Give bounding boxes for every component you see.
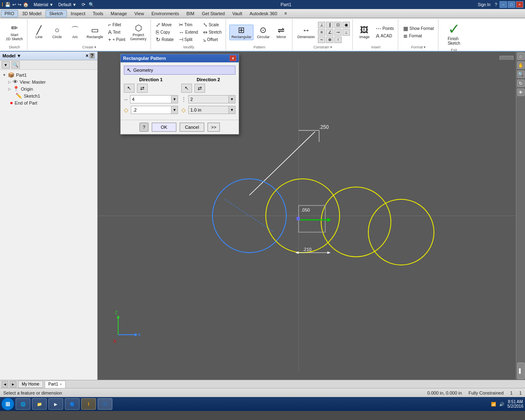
menu-item-getstarted[interactable]: Get Started [199, 10, 228, 17]
dir2-select-button[interactable]: ↖ [181, 84, 192, 93]
quick-access-undo[interactable]: ↩ [12, 2, 16, 7]
menu-item-tools[interactable]: Tools [89, 10, 107, 17]
close-button[interactable]: × [516, 1, 523, 8]
dialog-more-button[interactable]: >> [208, 123, 220, 132]
taskbar-media-button[interactable]: ▶ [48, 398, 63, 410]
finish-sketch-button[interactable]: ✓ FinishSketch [442, 20, 466, 47]
taskbar-chrome-button[interactable]: 🔵 [65, 398, 80, 410]
constrain-btn-3[interactable]: ⊡ [334, 22, 342, 28]
menu-item-pro[interactable]: PRO [1, 10, 18, 17]
canvas-area[interactable]: TOP [98, 52, 516, 380]
dir1-spacing-arrow[interactable]: ▼ [171, 106, 178, 114]
dimension-button[interactable]: ↔ Dimension [296, 25, 317, 40]
constrain-btn-9[interactable]: ∼ [318, 37, 325, 43]
mirror-button[interactable]: ⇌ Mirror [273, 25, 290, 40]
constrain-btn-7[interactable]: ⊸ [334, 29, 342, 36]
circular-pattern-button[interactable]: ⊙ Circular [255, 25, 272, 40]
extend-button[interactable]: ↔ Extend [177, 29, 200, 36]
copy-button[interactable]: ⎘ Copy [154, 29, 175, 36]
acad-button[interactable]: A ACAD [374, 32, 395, 39]
dir1-count-arrow[interactable]: ▼ [171, 95, 178, 103]
model-filter-button[interactable]: ▾ [2, 61, 10, 68]
tab-nav-right[interactable]: ► [10, 381, 16, 388]
dialog-ok-button[interactable]: OK [152, 123, 176, 132]
dir1-select-button[interactable]: ↖ [124, 84, 135, 93]
tab-my-home[interactable]: My Home [18, 381, 43, 388]
quick-access-redo[interactable]: ↪ [18, 2, 21, 7]
search-icon[interactable]: 🔍 [89, 2, 94, 7]
rectangular-pattern-dialog[interactable]: Rectangular Pattern × ↖ Geometry Directi… [120, 54, 239, 135]
menu-item-autodesk360[interactable]: Autodesk 360 [247, 10, 281, 17]
rectangle-button[interactable]: ▭ Rectangle [85, 25, 105, 40]
dir2-spacing-input[interactable] [188, 106, 229, 114]
menu-item-inspect[interactable]: Inspect [68, 10, 89, 17]
rotate-button[interactable]: ↻ Rotate [154, 36, 175, 43]
default-dropdown[interactable]: Default ▼ [58, 2, 76, 7]
line-button[interactable]: ╱ Line [31, 25, 47, 40]
constrain-btn-11[interactable]: ↑ [334, 37, 342, 43]
taskbar-explorer-button[interactable]: 📁 [32, 398, 47, 410]
constrain-btn-4[interactable]: ◉ [342, 22, 350, 28]
constrain-btn-6[interactable]: ∠ [326, 29, 333, 36]
nav-look-button[interactable]: 👁 [517, 89, 525, 96]
constrain-btn-8[interactable]: ⟂ [342, 29, 350, 36]
taskbar-inventor-button[interactable]: I [81, 398, 96, 410]
trim-button[interactable]: ✂ Trim [177, 21, 200, 28]
menu-item-manage[interactable]: Manage [107, 10, 130, 17]
menu-item-bim[interactable]: BIM [183, 10, 198, 17]
geometry-select-button[interactable]: ↖ Geometry [124, 66, 235, 75]
constrain-btn-10[interactable]: ⊕ [326, 37, 333, 43]
point-button[interactable]: + + Point [107, 36, 127, 43]
tab-part1[interactable]: Part1 × [45, 381, 66, 388]
minimize-button[interactable]: – [500, 1, 507, 8]
menu-item-sketch[interactable]: Sketch [46, 10, 67, 17]
offset-button[interactable]: ⦣ Offset [201, 36, 224, 43]
start-button[interactable]: ⊞ [2, 398, 14, 410]
tree-item-view[interactable]: ▷ 👁 View: Master [7, 78, 96, 85]
dir1-count-input[interactable] [130, 95, 171, 103]
taskbar-word-button[interactable]: W [98, 398, 112, 410]
quick-access-save[interactable]: 💾 [5, 2, 11, 7]
model-close-icon[interactable]: × [86, 53, 89, 59]
split-button[interactable]: ⊣ Split [177, 36, 200, 43]
arc-button[interactable]: ⌒ Arc [67, 25, 83, 40]
nav-home-button[interactable]: ⌂ [517, 52, 525, 60]
help-icon[interactable]: ? [495, 2, 497, 7]
start-2d-sketch-button[interactable]: ✏ Start2D Sketch [4, 23, 25, 42]
model-help-icon[interactable]: ? [89, 53, 95, 59]
dir1-spacing-input[interactable] [131, 106, 171, 114]
tab-part1-close[interactable]: × [60, 382, 62, 386]
move-button[interactable]: ⤢ Move [154, 21, 175, 28]
dialog-close-button[interactable]: × [230, 55, 236, 61]
dir2-flip-button[interactable]: ⇄ [194, 84, 205, 93]
model-search-button[interactable]: 🔍 [11, 61, 20, 68]
update-icon[interactable]: ⟳ [82, 2, 85, 7]
show-format-button[interactable]: ▦ Show Format [402, 25, 435, 32]
menu-item-view[interactable]: View [131, 10, 147, 17]
dir2-spacing-arrow[interactable]: ▼ [229, 106, 235, 114]
nav-pan-button[interactable]: ✋ [517, 62, 525, 69]
constrain-btn-1[interactable]: ⊥ [318, 22, 325, 28]
circle-button[interactable]: ○ Circle [49, 25, 65, 40]
menu-item-3dmodel[interactable]: 3D Model [19, 10, 45, 17]
tree-item-end-of-part[interactable]: ● End of Part [7, 99, 96, 106]
tab-nav-left[interactable]: ◄ [2, 381, 8, 388]
rectangular-pattern-button[interactable]: ⊞ Rectangular [229, 25, 253, 40]
nav-orbit-button[interactable]: ↻ [517, 80, 525, 87]
menu-item-vault[interactable]: Vault [229, 10, 245, 17]
tree-item-part1[interactable]: ▼ 📦 Part1 [2, 71, 96, 78]
taskbar-ie-button[interactable]: 🌐 [16, 398, 30, 410]
nav-scrollbar-thumb[interactable]: ▌ [517, 363, 525, 379]
dir2-count-arrow[interactable]: ▼ [229, 95, 235, 103]
tree-item-origin[interactable]: ▷ 📍 Origin [7, 85, 96, 92]
constrain-btn-2[interactable]: ‖ [326, 22, 333, 28]
tree-item-sketch1[interactable]: ✏️ Sketch1 [13, 92, 96, 99]
toolbar-arrow[interactable]: ≡ [285, 11, 287, 16]
fillet-button[interactable]: ⌐ Fillet [107, 21, 127, 28]
points-button[interactable]: ⋯ Points [374, 25, 395, 32]
material-dropdown[interactable]: Material ▼ [34, 2, 53, 7]
scale-button[interactable]: ⤡ Scale [201, 21, 224, 28]
sign-in[interactable]: Sign In [478, 2, 491, 7]
text-button[interactable]: A Text [107, 29, 127, 36]
quick-access-home[interactable]: 🏠 [23, 2, 29, 7]
